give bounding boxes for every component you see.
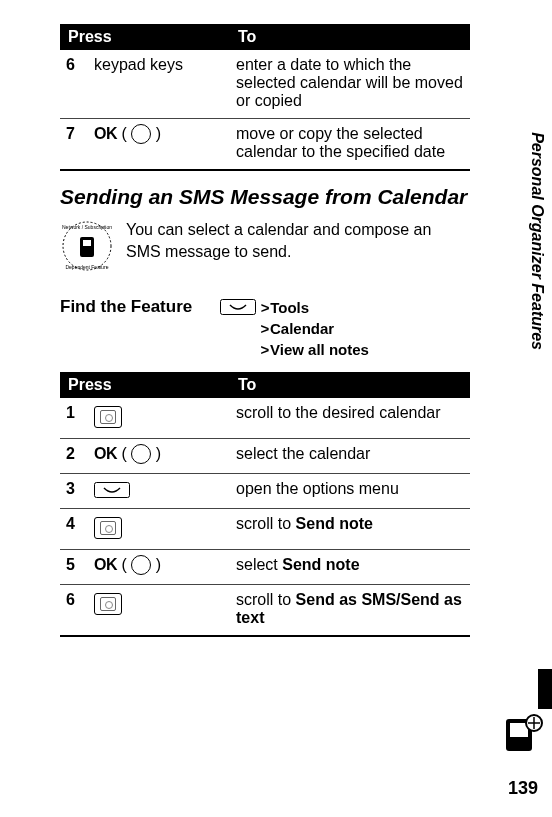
press-cell: OK ( ) [88, 549, 230, 584]
to-cell: move or copy the selected calendar to th… [230, 119, 470, 171]
svg-text:Dependent Feature: Dependent Feature [65, 264, 108, 270]
to-prefix: scroll to [236, 591, 296, 608]
path-item: Tools [270, 299, 309, 316]
ok-label: OK [94, 125, 117, 142]
nav-pad-icon [94, 406, 122, 428]
press-cell: OK ( ) [88, 119, 230, 171]
to-cell: open the options menu [230, 473, 470, 508]
step-number: 6 [60, 584, 88, 636]
svg-rect-3 [83, 240, 91, 246]
table1-head-to: To [230, 24, 470, 50]
path-item: View all notes [270, 341, 369, 358]
nav-pad-icon [94, 593, 122, 615]
step-number: 3 [60, 473, 88, 508]
step-number: 2 [60, 438, 88, 473]
intro-block: Network / Subscription Dependent Feature… [60, 219, 470, 279]
step-number: 4 [60, 508, 88, 549]
steps-table-2: Press To 1 scroll to the desired calenda… [60, 372, 470, 637]
section-heading: Sending an SMS Message from Calendar [60, 185, 470, 209]
thumb-tab [538, 669, 552, 709]
nav-pad-icon [94, 517, 122, 539]
step-number: 1 [60, 398, 88, 439]
svg-text:Network / Subscription: Network / Subscription [62, 224, 112, 230]
intro-text: You can select a calendar and compose an… [126, 219, 470, 279]
table2-head-to: To [230, 372, 470, 398]
step-number: 5 [60, 549, 88, 584]
steps-table-1: Press To 6 keypad keys enter a date to w… [60, 24, 470, 171]
svg-rect-6 [95, 482, 130, 497]
path-item: Calendar [270, 320, 334, 337]
press-cell [88, 398, 230, 439]
find-feature-path: >Tools >Calendar >View all notes [220, 297, 369, 360]
network-feature-icon: Network / Subscription Dependent Feature [60, 219, 114, 279]
find-feature-label: Find the Feature [60, 297, 220, 360]
side-section-label: Personal Organizer Features [528, 132, 546, 350]
step-number: 7 [60, 119, 88, 171]
press-cell [88, 508, 230, 549]
press-cell: keypad keys [88, 50, 230, 119]
menu-key-icon [220, 299, 256, 315]
to-cell: scroll to the desired calendar [230, 398, 470, 439]
to-cell: scroll to Send as SMS/Send as text [230, 584, 470, 636]
press-cell [88, 473, 230, 508]
table1-head-press: Press [60, 24, 230, 50]
svg-rect-5 [221, 299, 256, 314]
ok-label: OK [94, 556, 117, 573]
to-bold: Send note [296, 515, 373, 532]
press-cell: OK ( ) [88, 438, 230, 473]
to-prefix: scroll to [236, 515, 296, 532]
ok-circle-icon [131, 555, 151, 575]
ok-circle-icon [131, 444, 151, 464]
to-cell: scroll to Send note [230, 508, 470, 549]
to-bold: Send note [282, 556, 359, 573]
find-feature-block: Find the Feature >Tools >Calendar >View … [60, 297, 470, 360]
ok-circle-icon [131, 124, 151, 144]
to-cell: enter a date to which the selected calen… [230, 50, 470, 119]
menu-key-icon [94, 482, 130, 498]
to-cell: select the calendar [230, 438, 470, 473]
table2-head-press: Press [60, 372, 230, 398]
step-number: 6 [60, 50, 88, 119]
press-cell [88, 584, 230, 636]
ok-label: OK [94, 445, 117, 462]
pda-icon [500, 713, 544, 757]
page-number: 139 [508, 778, 538, 799]
to-cell: select Send note [230, 549, 470, 584]
to-prefix: select [236, 556, 282, 573]
